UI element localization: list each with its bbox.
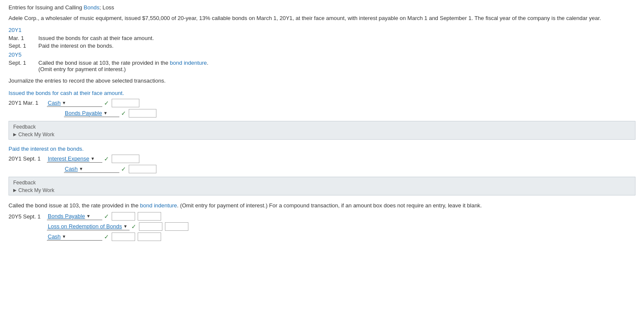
- section3-account2-credit-amount[interactable]: [165, 222, 188, 231]
- section3-account2-check: ✓: [131, 223, 136, 230]
- section3-account3-credit-amount[interactable]: [138, 232, 161, 241]
- section3-row1: 20Y5 Sept. 1 Bonds Payable ▼ ✓: [9, 212, 635, 221]
- section2-title: Paid the interest on the bonds.: [9, 146, 635, 152]
- section3-account3-dropdown-icon[interactable]: ▼: [62, 234, 66, 239]
- transaction-sept1-20y5: Sept. 1 Called the bond issue at 103, th…: [9, 60, 635, 72]
- page-title-highlight: Bonds: [84, 4, 99, 11]
- section1-credit-dropdown-icon[interactable]: ▼: [103, 111, 107, 115]
- problem-description: Adele Corp., a wholesaler of music equip…: [9, 14, 635, 23]
- feedback-label-1: Feedback: [13, 124, 631, 130]
- transaction-mar1: Mar. 1 Issued the bonds for cash at thei…: [9, 35, 635, 41]
- section2-debit-dropdown-icon[interactable]: ▼: [91, 156, 95, 161]
- called-bond-line1: Called the bond issue at 103, the rate p…: [38, 60, 208, 66]
- section3-account1-dropdown-icon[interactable]: ▼: [86, 214, 90, 218]
- section2-journal: 20Y1 Sept. 1 Interest Expense ▼ ✓ Cash ▼…: [9, 155, 635, 173]
- check-my-work-arrow-icon-2: ▶: [13, 188, 17, 192]
- section3-account3-name[interactable]: Cash: [48, 233, 61, 240]
- check-my-work-1[interactable]: ▶ Check My Work: [13, 132, 631, 138]
- date-sept1-20y5: Sept. 1: [9, 60, 38, 66]
- section3-account3-debit-amount[interactable]: [112, 232, 135, 241]
- section1-title: Issued the bonds for cash at their face …: [9, 90, 635, 96]
- bond-indenture-link: bond indenture: [140, 202, 177, 209]
- section2-debit-check: ✓: [104, 155, 109, 162]
- check-my-work-label-1[interactable]: Check My Work: [18, 132, 54, 138]
- page-title: Entries for Issuing and Calling Bonds; L…: [9, 4, 635, 11]
- section2-credit-dropdown-icon[interactable]: ▼: [79, 166, 83, 171]
- page-title-text: Entries for Issuing and Calling: [9, 4, 84, 11]
- section2-credit-amount[interactable]: [129, 165, 156, 173]
- feedback-section-2: Feedback ▶ Check My Work: [9, 177, 635, 195]
- section3-account3-select[interactable]: Cash ▼: [47, 233, 102, 241]
- section1-credit-check: ✓: [121, 110, 126, 117]
- section1-credit-amount[interactable]: [129, 109, 156, 118]
- section2-credit-row: Cash ▼ ✓: [64, 165, 635, 173]
- section1-credit-account-name[interactable]: Bonds Payable: [65, 110, 102, 116]
- section2-journal-date: 20Y1 Sept. 1: [9, 155, 47, 162]
- section2-credit-account-select[interactable]: Cash ▼: [64, 165, 119, 173]
- section1-debit-amount[interactable]: [112, 99, 139, 107]
- section3-row2: Loss on Redemption of Bonds ▼ ✓: [47, 222, 635, 231]
- section3-account3-check: ✓: [104, 233, 109, 240]
- section3-row3: Cash ▼ ✓: [47, 232, 635, 241]
- section2-debit-amount[interactable]: [112, 155, 139, 163]
- transaction-sept1-20y1: Sept. 1 Paid the interest on the bonds.: [9, 43, 635, 49]
- section1-journal-date: 20Y1 Mar. 1: [9, 100, 47, 106]
- section1-debit-check: ✓: [104, 100, 109, 106]
- year-20y1: 20Y1: [9, 27, 635, 33]
- check-my-work-arrow-icon-1: ▶: [13, 132, 17, 137]
- section3-account1-debit-amount[interactable]: [112, 212, 135, 221]
- year-20y5: 20Y5: [9, 52, 635, 58]
- date-sept1-20y1: Sept. 1: [9, 43, 38, 49]
- section2-debit-account-select[interactable]: Interest Expense ▼: [47, 155, 102, 163]
- desc-sept1-20y1: Paid the interest on the bonds.: [38, 43, 113, 49]
- section1-credit-row: Bonds Payable ▼ ✓: [64, 109, 635, 118]
- section3-account2-name[interactable]: Loss on Redemption of Bonds: [48, 223, 122, 230]
- section1-debit-dropdown-icon[interactable]: ▼: [62, 100, 66, 105]
- check-my-work-label-2[interactable]: Check My Work: [18, 187, 54, 193]
- section1-journal: 20Y1 Mar. 1 Cash ▼ ✓ Bonds Payable ▼ ✓: [9, 99, 635, 118]
- section3-account1-credit-amount[interactable]: [138, 212, 161, 221]
- journalize-prompt: Journalize the entries to record the abo…: [9, 77, 635, 84]
- desc-mar1: Issued the bonds for cash at their face …: [38, 35, 154, 41]
- section3-journal-date: 20Y5 Sept. 1: [9, 213, 47, 220]
- section1-debit-account-name[interactable]: Cash: [48, 100, 61, 106]
- section1-credit-account-select[interactable]: Bonds Payable ▼: [64, 109, 119, 117]
- desc-sept1-20y5: Called the bond issue at 103, the rate p…: [38, 60, 208, 72]
- section3-account2-select[interactable]: Loss on Redemption of Bonds ▼: [47, 223, 130, 230]
- section3-account1-check: ✓: [104, 213, 109, 220]
- feedback-section-1: Feedback ▶ Check My Work: [9, 121, 635, 140]
- section2-credit-account-name[interactable]: Cash: [65, 166, 78, 172]
- section3-account1-select[interactable]: Bonds Payable ▼: [47, 212, 102, 220]
- section2-debit-row: 20Y1 Sept. 1 Interest Expense ▼ ✓: [9, 155, 635, 163]
- section1-debit-row: 20Y1 Mar. 1 Cash ▼ ✓: [9, 99, 635, 107]
- page-title-after: ; Loss: [99, 4, 114, 11]
- section2-credit-check: ✓: [121, 166, 126, 172]
- called-bond-line2: (Omit entry for payment of interest.): [38, 66, 208, 72]
- section3-account2-debit-amount[interactable]: [139, 222, 162, 231]
- feedback-label-2: Feedback: [13, 180, 631, 186]
- section2-debit-account-name[interactable]: Interest Expense: [48, 155, 90, 162]
- called-bond-description: Called the bond issue at 103, the rate p…: [9, 201, 635, 210]
- bond-indenture-ref: bond indenture: [170, 60, 207, 66]
- section3-account2-dropdown-icon[interactable]: ▼: [123, 224, 127, 229]
- section3-journal: 20Y5 Sept. 1 Bonds Payable ▼ ✓ Loss on R…: [9, 212, 635, 241]
- section1-debit-account-select[interactable]: Cash ▼: [47, 99, 102, 107]
- date-mar1: Mar. 1: [9, 35, 38, 41]
- check-my-work-2[interactable]: ▶ Check My Work: [13, 187, 631, 193]
- section3-account1-name[interactable]: Bonds Payable: [48, 213, 85, 219]
